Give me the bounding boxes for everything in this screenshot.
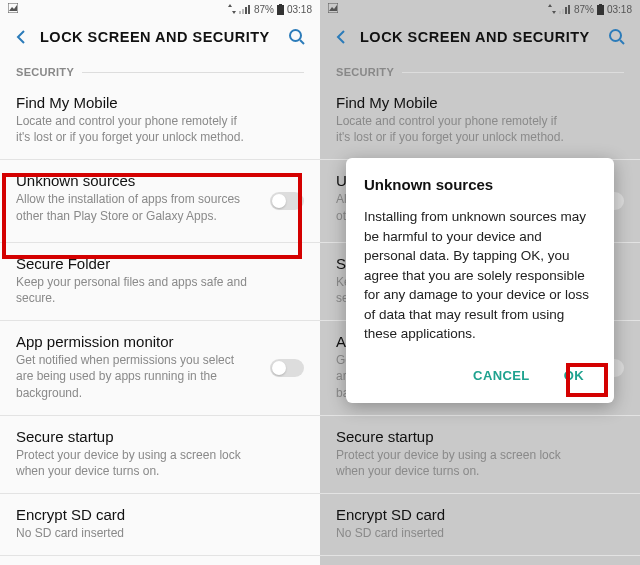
picture-icon (328, 3, 338, 13)
svg-rect-7 (277, 5, 284, 15)
data-icon (548, 4, 556, 14)
status-bar: 87% 03:18 (320, 0, 640, 18)
signal-icon (239, 4, 251, 14)
item-encrypt-sd[interactable]: Encrypt SD card No SD card inserted (0, 494, 320, 556)
item-desc: No SD card inserted (16, 525, 304, 541)
svg-rect-13 (562, 9, 564, 14)
svg-rect-3 (242, 9, 244, 14)
item-title: Unknown sources (16, 172, 304, 189)
page-title: LOCK SCREEN AND SECURITY (40, 29, 276, 45)
section-label: SECURITY (16, 66, 74, 78)
picture-icon (8, 3, 18, 13)
item-title: Find My Mobile (16, 94, 304, 111)
svg-rect-16 (599, 4, 602, 5)
svg-point-8 (290, 30, 301, 41)
clock: 03:18 (607, 4, 632, 15)
svg-marker-1 (9, 5, 17, 11)
item-desc: Keep your personal files and apps safe a… (16, 274, 304, 306)
item-desc: Get notified when permissions you select… (16, 352, 304, 401)
item-unknown-sources[interactable]: Unknown sources Allow the installation o… (0, 160, 320, 242)
item-desc: Allow the installation of apps from sour… (16, 191, 304, 223)
battery-pct: 87% (574, 4, 594, 15)
app-permission-toggle[interactable] (270, 359, 304, 377)
item-find-my-mobile[interactable]: Find My Mobile Locate and control your p… (0, 82, 320, 160)
svg-rect-6 (279, 4, 282, 5)
dialog-scrim: Unknown sources Installing from unknown … (320, 18, 640, 565)
divider (82, 72, 304, 73)
item-title: Secure Folder (16, 255, 304, 272)
dialog-title: Unknown sources (364, 176, 596, 193)
settings-screen-right: LOCK SCREEN AND SECURITY SECURITY Find M… (320, 18, 640, 565)
item-title: App permission monitor (16, 333, 304, 350)
item-desc: Protect your device by using a screen lo… (16, 447, 304, 479)
dialog-body: Installing from unknown sources may be h… (364, 207, 596, 344)
battery-icon (597, 4, 604, 15)
svg-rect-14 (565, 7, 567, 14)
data-icon (228, 4, 236, 14)
svg-rect-12 (559, 11, 561, 14)
unknown-sources-toggle[interactable] (270, 192, 304, 210)
phone-right: 87% 03:18 LOCK SCREEN AND SECURITY SECUR… (320, 0, 640, 565)
dialog-actions: CANCEL OK (364, 358, 596, 393)
phone-left: 87% 03:18 LOCK SCREEN AND SECURITY SECUR… (0, 0, 320, 565)
battery-icon (277, 4, 284, 15)
svg-rect-2 (239, 11, 241, 14)
svg-line-9 (300, 40, 304, 44)
status-bar: 87% 03:18 (0, 0, 320, 18)
item-desc: Locate and control your phone remotely i… (16, 113, 304, 145)
settings-screen-left: LOCK SCREEN AND SECURITY SECURITY Find M… (0, 18, 320, 565)
battery-pct: 87% (254, 4, 274, 15)
item-title: Secure startup (16, 428, 304, 445)
back-icon[interactable] (14, 29, 28, 45)
ok-button[interactable]: OK (556, 362, 592, 389)
item-secure-folder[interactable]: Secure Folder Keep your personal files a… (0, 243, 320, 321)
clock: 03:18 (287, 4, 312, 15)
svg-rect-17 (597, 5, 604, 15)
svg-marker-11 (329, 5, 337, 11)
svg-rect-5 (248, 5, 250, 14)
section-header: SECURITY (0, 60, 320, 82)
search-icon[interactable] (288, 28, 306, 46)
signal-icon (559, 4, 571, 14)
cancel-button[interactable]: CANCEL (465, 362, 538, 389)
unknown-sources-dialog: Unknown sources Installing from unknown … (346, 158, 614, 403)
svg-rect-4 (245, 7, 247, 14)
header: LOCK SCREEN AND SECURITY (0, 18, 320, 60)
item-app-permission-monitor[interactable]: App permission monitor Get notified when… (0, 321, 320, 416)
item-secure-startup[interactable]: Secure startup Protect your device by us… (0, 416, 320, 494)
item-title: Encrypt SD card (16, 506, 304, 523)
svg-rect-15 (568, 5, 570, 14)
